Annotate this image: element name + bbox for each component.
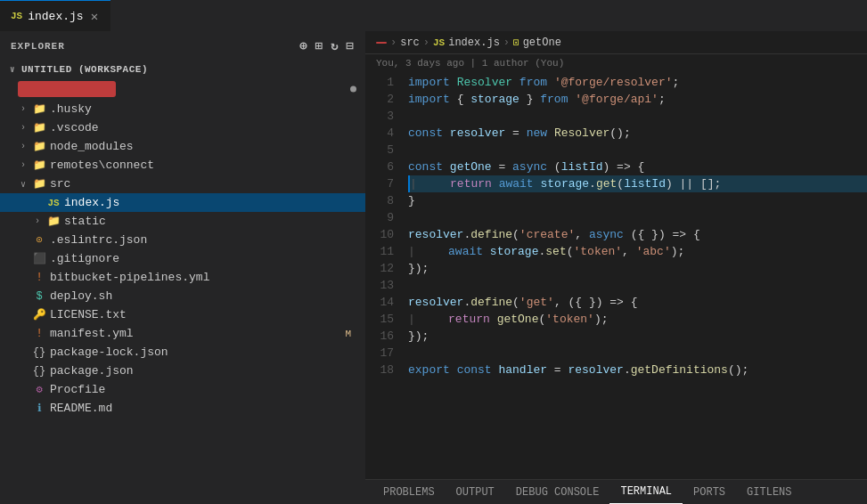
breadcrumb-src[interactable]: src <box>400 37 420 49</box>
tab-ports[interactable]: PORTS <box>683 480 736 504</box>
js-icon: JS <box>11 11 22 21</box>
sidebar-item-license[interactable]: 🔑 LICENSE.txt <box>0 305 365 324</box>
chevron-right-icon: › <box>18 104 29 114</box>
new-folder-icon[interactable]: ⊞ <box>315 38 323 53</box>
sidebar-item-pkg-lock[interactable]: {} package-lock.json <box>0 343 365 362</box>
code-line-highlighted: | return await storage.get(listId) || []… <box>408 175 867 192</box>
file-label: Procfile <box>50 383 358 396</box>
sidebar-item-deploy[interactable]: $ deploy.sh <box>0 287 365 305</box>
sidebar: EXPLORER ⊕ ⊞ ↻ ⊟ ∨ UNTITLED (WORKSPACE) … <box>0 31 365 504</box>
sidebar-item-index-js[interactable]: JS index.js <box>0 193 365 212</box>
workspace-label: UNTITLED (WORKSPACE) <box>21 64 148 75</box>
line-numbers: 12345 678910 1112131415 161718 <box>365 72 405 479</box>
folder-icon: 📁 <box>32 121 46 134</box>
code-line: import Resolver from '@forge/resolver'; <box>408 74 867 91</box>
breadcrumb-symbol[interactable]: getOne <box>523 37 561 49</box>
folder-icon: 📁 <box>32 159 46 172</box>
file-label: deploy.sh <box>50 289 358 303</box>
file-label: node_modules <box>50 140 358 153</box>
file-label: index.js <box>64 196 358 209</box>
code-line <box>408 277 867 294</box>
editor-area: › src › JS index.js › ⊡ getOne You, 3 da… <box>365 31 867 504</box>
sidebar-item-static[interactable]: › 📁 static <box>0 212 365 231</box>
sidebar-item-husky[interactable]: › 📁 .husky <box>0 100 365 118</box>
readme-icon: ℹ <box>32 402 46 415</box>
chevron-right-icon: › <box>18 142 29 151</box>
file-label: src <box>50 177 358 191</box>
tab-index-js[interactable]: JS index.js ✕ <box>0 0 110 31</box>
workspace-chevron: ∨ <box>7 64 18 75</box>
js-file-icon: JS <box>46 198 61 208</box>
workspace-input-row <box>0 78 365 100</box>
folder-icon: 📁 <box>46 215 61 228</box>
yml-icon: ! <box>32 272 46 284</box>
code-line: | await storage.set('token', 'abc'); <box>408 243 867 260</box>
manifest-icon: ! <box>32 328 46 340</box>
sidebar-item-procfile[interactable]: ⚙ Procfile <box>0 380 365 399</box>
status-dot <box>350 86 356 93</box>
workspace-title[interactable]: ∨ UNTITLED (WORKSPACE) <box>0 61 365 78</box>
file-label: .gitignore <box>50 252 358 265</box>
sidebar-header-icons: ⊕ ⊞ ↻ ⊟ <box>299 38 355 53</box>
file-label: remotes\connect <box>50 159 358 172</box>
file-label: bitbucket-pipelines.yml <box>50 271 358 284</box>
file-label: README.md <box>50 402 358 415</box>
eslint-icon: ⊙ <box>32 233 46 247</box>
tab-close-button[interactable]: ✕ <box>89 7 100 26</box>
tab-gitlens[interactable]: GITLENS <box>736 480 802 504</box>
sidebar-header: EXPLORER ⊕ ⊞ ↻ ⊟ <box>0 31 365 61</box>
git-blame-text: You, 3 days ago | 1 author (You) <box>376 58 564 69</box>
file-label: .vscode <box>50 121 358 134</box>
breadcrumb-js-icon: JS <box>433 37 445 48</box>
tab-debug-console[interactable]: DEBUG CONSOLE <box>505 480 610 504</box>
file-label: .eslintrc.json <box>50 233 358 247</box>
tab-output[interactable]: OUTPUT <box>446 480 505 504</box>
git-blame-bar: You, 3 days ago | 1 author (You) <box>365 54 867 72</box>
refresh-icon[interactable]: ↻ <box>331 38 339 53</box>
sidebar-item-node-modules[interactable]: › 📁 node_modules <box>0 137 365 156</box>
code-content[interactable]: import Resolver from '@forge/resolver'; … <box>405 72 867 479</box>
code-editor[interactable]: 12345 678910 1112131415 161718 import Re… <box>365 72 867 479</box>
procfile-icon: ⚙ <box>32 383 46 396</box>
file-label: package.json <box>50 364 358 378</box>
chevron-right-icon: › <box>18 123 29 133</box>
tab-problems[interactable]: PROBLEMS <box>372 480 446 504</box>
code-line <box>408 142 867 159</box>
sidebar-item-pkg[interactable]: {} package.json <box>0 362 365 380</box>
tab-bar: JS index.js ✕ <box>0 0 867 31</box>
chevron-right-icon: › <box>18 160 29 170</box>
workspace-search-input[interactable] <box>18 81 116 97</box>
folder-icon: 📁 <box>32 177 46 191</box>
file-modified-badge: M <box>345 329 351 339</box>
code-line: | return getOne('token'); <box>408 311 867 328</box>
sidebar-item-gitignore[interactable]: ⬛ .gitignore <box>0 249 365 268</box>
file-label: LICENSE.txt <box>50 308 358 321</box>
code-line: export const handler = resolver.getDefin… <box>408 362 867 378</box>
tab-terminal[interactable]: TERMINAL <box>609 480 683 504</box>
sidebar-item-src[interactable]: ∨ 📁 src <box>0 175 365 193</box>
gitignore-icon: ⬛ <box>32 252 46 265</box>
code-line <box>408 209 867 226</box>
breadcrumb-file[interactable]: index.js <box>448 37 500 49</box>
sidebar-item-remotes[interactable]: › 📁 remotes\connect <box>0 156 365 175</box>
json-icon: {} <box>32 365 46 378</box>
breadcrumb-bar: › src › JS index.js › ⊡ getOne <box>365 31 867 54</box>
sidebar-item-eslintrc[interactable]: ⊙ .eslintrc.json <box>0 231 365 249</box>
breadcrumb-root[interactable] <box>376 42 387 44</box>
folder-icon: 📁 <box>32 102 46 116</box>
code-line <box>408 345 867 362</box>
sidebar-item-vscode[interactable]: › 📁 .vscode <box>0 118 365 137</box>
code-line: import { storage } from '@forge/api'; <box>408 91 867 108</box>
chevron-right-icon: › <box>32 216 43 226</box>
workspace-section: ∨ UNTITLED (WORKSPACE) › 📁 .husky › 📁 .v… <box>0 61 365 418</box>
new-file-icon[interactable]: ⊕ <box>299 38 307 53</box>
code-line: resolver.define('get', ({ }) => { <box>408 294 867 311</box>
collapse-all-icon[interactable]: ⊟ <box>347 38 355 53</box>
bottom-tabs-bar: PROBLEMS OUTPUT DEBUG CONSOLE TERMINAL P… <box>365 479 867 504</box>
tab-label: index.js <box>28 10 83 23</box>
breadcrumb-sep2: › <box>423 37 429 49</box>
sidebar-item-bitbucket[interactable]: ! bitbucket-pipelines.yml <box>0 268 365 287</box>
sidebar-item-readme[interactable]: ℹ README.md <box>0 399 365 418</box>
sidebar-item-manifest[interactable]: ! manifest.yml M <box>0 324 365 343</box>
code-line: const getOne = async (listId) => { <box>408 159 867 175</box>
